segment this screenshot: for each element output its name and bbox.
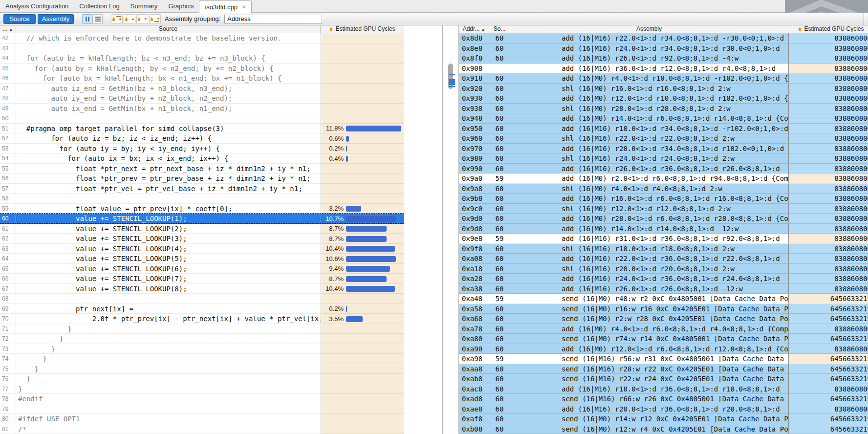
prev-hotspot-up-icon[interactable]: ▲	[124, 14, 135, 24]
asm-row[interactable]: 0x908add (16|M16) r36.0<1>:d r12.0<8;8,1…	[459, 64, 868, 74]
asm-row[interactable]: 0x9a860shl (16|M0) r4.0<1>:d r4.0<8;8,1>…	[459, 184, 868, 194]
source-row[interactable]: 66 value += STENCIL_LOOKUP(7);8.7%	[0, 274, 404, 284]
asm-row[interactable]: 0xa8060send (16|M0) r74:w r14 0xC 0x4805…	[459, 334, 868, 344]
tab-collection-log[interactable]: Collection Log	[74, 0, 125, 12]
assembly-view-button[interactable]: Assembly	[38, 14, 74, 24]
tab-graphics[interactable]: Graphics	[163, 0, 199, 12]
asm-row[interactable]: 0x8d860add (16|M16) r22.0<1>:d r34.0<8;8…	[459, 33, 868, 43]
asm-row[interactable]: 0x9f860shl (16|M16) r18.0<1>:d r18.0<8;8…	[459, 244, 868, 254]
source-row[interactable]: 61 value += STENCIL_LOOKUP(2);8.7%	[0, 224, 404, 234]
asm-row[interactable]: 0xaf860send (16|M0) r14:w r12 0xC 0x4205…	[459, 414, 868, 424]
source-row[interactable]: 63 value += STENCIL_LOOKUP(4);10.4%	[0, 244, 404, 254]
asm-row[interactable]: 0xa9060add (16|M0) r12.0<1>:d r6.0<8;8,1…	[459, 344, 868, 354]
source-row[interactable]: 52 for (auto iz = bz; iz < iz_end; iz++)…	[0, 133, 404, 144]
source-row[interactable]: 55 float *ptr_next = ptr_next_base + iz …	[0, 164, 404, 174]
source-row[interactable]: 71 }	[0, 324, 404, 334]
source-row[interactable]: 60 value += STENCIL_LOOKUP(1);10.7%	[0, 214, 404, 224]
source-row[interactable]: 77}	[0, 384, 404, 394]
asm-row[interactable]: 0x96060shl (16|M16) r22.0<1>:d r22.0<8;8…	[459, 133, 868, 144]
asm-row[interactable]: 0x9c060shl (16|M0) r12.0<1>:d r12.0<8;8,…	[459, 204, 868, 214]
source-row[interactable]: 56 float *ptr_prev = ptr_prev_base + iz …	[0, 174, 404, 184]
source-row[interactable]: 57 float *ptr_vel = ptr_vel_base + iz * …	[0, 184, 404, 194]
source-row[interactable]: 44 for (auto bz = kHalfLength; bz < n3_e…	[0, 53, 404, 64]
source-row[interactable]: 43	[0, 43, 404, 54]
source-row[interactable]: 73 }	[0, 344, 404, 354]
source-row[interactable]: 68	[0, 294, 404, 304]
source-row[interactable]: 47 auto iz_end = GetMin(bz + n3_block, n…	[0, 84, 404, 94]
source-row[interactable]: 75 }	[0, 364, 404, 374]
source-row[interactable]: 79	[0, 404, 404, 414]
source-row[interactable]: 53 for (auto iy = by; iy < iy_end; iy++)…	[0, 144, 404, 154]
source-row[interactable]: 58	[0, 194, 404, 204]
source-row[interactable]: 42 // which is enforced here to demonstr…	[0, 33, 404, 43]
asm-row[interactable]: 0xae860add (16|M16) r20.0<1>:d r36.0<8;8…	[459, 404, 868, 414]
asm-row[interactable]: 0x98060shl (16|M16) r24.0<1>:d r24.0<8;8…	[459, 153, 868, 164]
pause-icon[interactable]	[82, 14, 92, 24]
asm-row[interactable]: 0x94860add (16|M0) r14.0<1>:d r6.0<8;8,1…	[459, 113, 868, 124]
source-view-button[interactable]: Source	[3, 14, 36, 24]
asm-row[interactable]: 0xa2860add (16|M16) r24.0<1>:d r36.0<8;8…	[459, 274, 868, 284]
asm-row[interactable]: 0xaa860send (16|M16) r28:w r22 0xC 0x420…	[459, 364, 868, 374]
jump-to-hottest-down-icon[interactable]: ▼	[149, 14, 161, 24]
asm-row[interactable]: 0x95060add (16|M16) r18.0<1>:d r34.0<8;8…	[459, 124, 868, 134]
assembly-grouping-select[interactable]: Address	[224, 15, 322, 23]
address-column-header[interactable]: Addr...▲	[459, 25, 489, 33]
source-row[interactable]: 50	[0, 113, 404, 124]
source-column-header[interactable]: Source	[16, 25, 321, 33]
assembly-column-header[interactable]: Assembly	[510, 25, 788, 33]
asm-row[interactable]: 0xab860send (16|M16) r22:w r24 0xC 0x420…	[459, 374, 868, 384]
asm-row[interactable]: 0xa6860send (16|M0) r2:w r28 0xC 0x4205E…	[459, 314, 868, 324]
source-line-ref-column-header[interactable]: So...	[489, 25, 510, 33]
source-cycles-column-header[interactable]: Estimated GPU Cycles	[321, 25, 404, 33]
asm-row[interactable]: 0xa5860send (16|M0) r16:w r16 0xC 0x4205…	[459, 304, 868, 314]
source-row[interactable]: 45 for (auto by = kHalfLength; by < n2_e…	[0, 64, 404, 74]
source-row[interactable]: 51 #pragma omp target parallel for simd …	[0, 124, 404, 134]
asm-row[interactable]: 0x92060shl (16|M0) r16.0<1>:d r16.0<8;8,…	[459, 84, 868, 94]
source-row[interactable]: 72 }	[0, 334, 404, 344]
source-row[interactable]: 74 }	[0, 354, 404, 364]
asm-row[interactable]: 0x8e860add (16|M16) r24.0<1>:d r34.0<8;8…	[459, 43, 868, 54]
asm-row[interactable]: 0xa0860add (16|M16) r22.0<1>:d r36.0<8;8…	[459, 254, 868, 264]
asm-row[interactable]: 0xa4859send (16|M0) r48:w r2 0xC 0x48050…	[459, 294, 868, 304]
asm-row[interactable]: 0x9d860add (16|M0) r14.0<1>:d r14.0<8;8,…	[459, 224, 868, 234]
source-row[interactable]: 80#ifdef USE_OPT1	[0, 414, 404, 424]
asm-row[interactable]: 0xa9859send (16|M16) r56:w r31 0xC 0x480…	[459, 354, 868, 364]
tab-analysis-configuration[interactable]: Analysis Configuration	[0, 0, 74, 12]
tab-summary[interactable]: Summary	[125, 0, 163, 12]
source-row[interactable]: 69 ptr_next[ix] =0.2%	[0, 304, 404, 314]
asm-row[interactable]: 0xad860send (16|M16) r66:w r26 0xC 0x480…	[459, 394, 868, 404]
list-view-icon[interactable]	[92, 14, 103, 24]
source-row[interactable]: 62 value += STENCIL_LOOKUP(3);8.7%	[0, 234, 404, 244]
source-row[interactable]: 59 float value = ptr_prev[ix] * coeff[0]…	[0, 204, 404, 214]
jump-to-hottest-up-icon[interactable]: ▲	[111, 14, 123, 24]
asm-row[interactable]: 0xa1860shl (16|M16) r20.0<1>:d r20.0<8;8…	[459, 264, 868, 274]
source-row[interactable]: 81/*	[0, 424, 404, 434]
asm-row[interactable]: 0xb0860send (16|M0) r12:w r4 0xC 0x4205E…	[459, 424, 868, 434]
asm-row[interactable]: 0x9b860add (16|M0) r16.0<1>:d r6.0<8;8,1…	[459, 194, 868, 204]
asm-row[interactable]: 0x99060add (16|M16) r26.0<1>:d r36.0<8;8…	[459, 164, 868, 174]
asm-row[interactable]: 0x97060add (16|M16) r20.0<1>:d r34.0<8;8…	[459, 144, 868, 154]
close-icon[interactable]: ×	[242, 3, 246, 10]
asm-row[interactable]: 0x93060add (16|M0) r12.0<1>:d r10.0<8;8,…	[459, 93, 868, 104]
next-hotspot-down-icon[interactable]: ▼	[136, 14, 148, 24]
asm-row[interactable]: 0xa7860add (16|M0) r4.0<1>:d r6.0<8;8,1>…	[459, 324, 868, 334]
source-row[interactable]: 48 auto iy_end = GetMin(by + n2_block, n…	[0, 93, 404, 104]
source-row[interactable]: 64 value += STENCIL_LOOKUP(5);10.6%	[0, 254, 404, 264]
asm-row[interactable]: 0x9d060add (16|M0) r28.0<1>:d r6.0<8;8,1…	[459, 214, 868, 224]
source-row[interactable]: 78#endif	[0, 394, 404, 404]
source-row[interactable]: 76 }	[0, 374, 404, 384]
source-row[interactable]: 65 value += STENCIL_LOOKUP(6);9.4%	[0, 264, 404, 274]
source-row[interactable]: 46 for (auto bx = kHalfLength; bx < n1_e…	[0, 73, 404, 84]
source-row[interactable]: 67 value += STENCIL_LOOKUP(8);10.4%	[0, 284, 404, 294]
tab-iso3dfd-cpp[interactable]: iso3dfd.cpp ×	[199, 0, 252, 13]
asm-row[interactable]: 0x8f860add (16|M16) r26.0<1>:d r92.0<8;8…	[459, 53, 868, 64]
assembly-cycles-column-header[interactable]: Estimated GPU Cycles	[788, 25, 868, 33]
asm-row[interactable]: 0x9a059add (16|M0) r2.0<1>:d r6.0<8;8,1>…	[459, 174, 868, 184]
source-line-column-header[interactable]: ...▲	[0, 25, 16, 33]
asm-row[interactable]: 0xac860add (16|M16) r18.0<1>:d r36.0<8;8…	[459, 384, 868, 394]
asm-row[interactable]: 0x9e859add (16|M16) r31.0<1>:d r36.0<8;8…	[459, 234, 868, 244]
source-pane-scrollbar[interactable]	[448, 64, 453, 89]
source-row[interactable]: 70 2.0f * ptr_prev[ix] - ptr_next[ix] + …	[0, 314, 404, 324]
asm-row[interactable]: 0xa3860add (16|M16) r26.0<1>:d r26.0<8;8…	[459, 284, 868, 294]
asm-row[interactable]: 0x93860shl (16|M0) r28.0<1>:d r28.0<8;8,…	[459, 104, 868, 114]
